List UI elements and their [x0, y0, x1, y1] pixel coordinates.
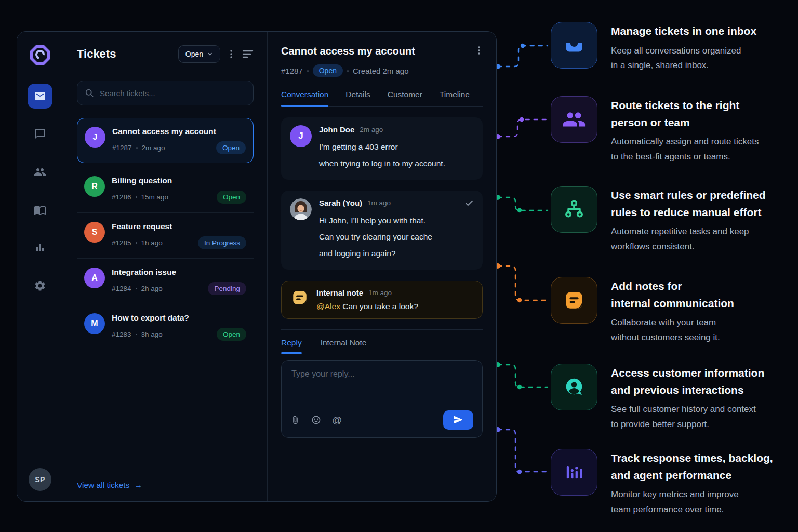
ticket-row-1287[interactable]: J Cannot access my account #1287 2m ago …	[77, 118, 254, 163]
conversation-meta: #1287 Open Created 2m ago	[281, 64, 483, 77]
feature-text: Manage tickets in one inbox Keep all con…	[611, 22, 756, 73]
page: SP Tickets Open	[0, 0, 798, 532]
conversation-id: #1287	[281, 66, 303, 75]
note-text: @Alex Can you take a look?	[316, 302, 473, 311]
ticket-time: 15m ago	[141, 193, 169, 201]
feature-text: Track response times, backlog, and agent…	[611, 449, 773, 517]
ticket-title: Billing question	[112, 176, 246, 185]
smiley-icon[interactable]	[311, 415, 321, 425]
message-header: Sarah (You) 1m ago	[319, 198, 474, 208]
sidebar-item-chats[interactable]	[28, 122, 52, 147]
people-icon	[34, 166, 46, 178]
internal-note-card: Internal note 1m ago @Alex Can you take …	[281, 281, 483, 319]
ticket-meta: #1287 2m ago Open	[112, 141, 246, 154]
dot-separator	[136, 334, 137, 335]
ticket-avatar: J	[85, 127, 105, 148]
ticket-id: #1283	[112, 330, 131, 338]
analytics-icon	[551, 449, 597, 496]
composer-tabs: Reply Internal Note	[281, 329, 483, 354]
view-all-tickets-link[interactable]: View all tickets →	[77, 472, 254, 490]
ticket-time: 1h ago	[141, 239, 163, 247]
tickets-panel: Tickets Open	[63, 32, 268, 501]
ticket-title: Cannot access my account	[112, 127, 246, 136]
note-body: Internal note 1m ago @Alex Can you take …	[316, 288, 473, 311]
sidebar-item-contacts[interactable]	[28, 159, 52, 184]
sidebar-item-settings[interactable]	[28, 273, 52, 298]
ticket-avatar: S	[84, 222, 105, 243]
team-icon	[551, 96, 597, 143]
feature-body: Automatically assign and route tickets t…	[611, 135, 759, 164]
tab-timeline[interactable]: Timeline	[440, 90, 470, 106]
message-john: J John Doe 2m ago I’m getting a 403 erro…	[281, 117, 483, 180]
message-avatar-photo	[290, 198, 312, 220]
connector-analytics	[498, 430, 548, 472]
conversation-panel: Cannot access my account #1287 Open Crea…	[268, 32, 496, 501]
conversation-created: Created 2m ago	[353, 66, 409, 75]
app-logo-icon[interactable]	[28, 43, 52, 67]
dot-separator	[136, 242, 137, 244]
ticket-row-1286[interactable]: R Billing question #1286 15m ago Open	[77, 167, 254, 213]
note-icon	[290, 288, 309, 307]
ticket-time: 2h ago	[141, 285, 163, 292]
ticket-title: Feature request	[112, 222, 246, 231]
feature-text: Add notes for internal communication Col…	[611, 277, 734, 345]
tickets-kebab-menu[interactable]	[228, 49, 235, 59]
sort-filter-icon[interactable]	[242, 49, 254, 59]
feature-text: Use smart rules or predefined rules to r…	[611, 186, 766, 254]
paperclip-icon[interactable]	[290, 415, 300, 425]
ticket-time: 2m ago	[142, 144, 165, 152]
connector-customer	[498, 365, 548, 387]
message-sarah: Sarah (You) 1m ago Hi John, I’ll help yo…	[281, 191, 483, 270]
dot-separator	[136, 288, 137, 289]
book-icon	[34, 204, 46, 216]
status-badge: Open	[217, 328, 246, 341]
send-icon	[453, 415, 463, 425]
message-avatar: J	[290, 125, 312, 147]
feature-title: Access customer information and previous…	[611, 365, 764, 398]
connector-team	[498, 119, 548, 137]
feature-rules: Use smart rules or predefined rules to r…	[551, 186, 795, 254]
ticket-row-1284[interactable]: A Integration issue #1284 2h ago Pending	[77, 259, 254, 304]
tab-reply[interactable]: Reply	[281, 338, 302, 354]
tab-conversation[interactable]: Conversation	[281, 90, 328, 106]
feature-body: Keep all conversations organized in a si…	[611, 44, 756, 73]
feature-customer-info: Access customer information and previous…	[551, 364, 795, 432]
feature-body: See full customer history and context to…	[611, 402, 764, 432]
conversation-title: Cannot access my account	[281, 45, 468, 57]
note-message: Can you take a look?	[340, 302, 418, 311]
ticket-row-1285[interactable]: S Feature request #1285 1h ago In Progre…	[77, 213, 254, 259]
search-input[interactable]	[99, 88, 246, 98]
status-badge: Pending	[208, 282, 246, 295]
dot-separator	[136, 147, 138, 149]
sidebar-item-reports[interactable]	[28, 235, 52, 260]
view-all-label: View all tickets	[77, 481, 129, 490]
ticket-title: Integration issue	[112, 268, 246, 277]
reply-composer[interactable]: @	[281, 360, 483, 438]
message-text: I’m getting a 403 error when trying to l…	[319, 139, 474, 172]
status-badge: Open	[217, 191, 246, 204]
conversation-tabs: Conversation Details Customer Timeline	[281, 90, 483, 107]
conversation-status-badge: Open	[313, 64, 343, 77]
inbox-icon	[551, 22, 597, 69]
ticket-id: #1287	[112, 144, 132, 152]
mention-icon[interactable]: @	[332, 415, 342, 425]
dot-separator	[347, 70, 349, 72]
message-list: J John Doe 2m ago I’m getting a 403 erro…	[281, 117, 483, 319]
search-box[interactable]	[77, 81, 254, 105]
chat-icon	[34, 128, 46, 140]
ticket-row-body: Cannot access my account #1287 2m ago Op…	[112, 127, 246, 154]
ticket-row-1283[interactable]: M How to export data? #1283 3h ago Open	[77, 304, 254, 350]
tab-customer[interactable]: Customer	[388, 90, 422, 106]
sidebar-item-knowledge-base[interactable]	[28, 197, 52, 222]
reply-input[interactable]	[290, 368, 473, 410]
user-avatar[interactable]: SP	[29, 468, 51, 491]
tab-internal-note[interactable]: Internal Note	[321, 338, 367, 354]
send-button[interactable]	[443, 410, 473, 430]
status-filter-dropdown[interactable]: Open	[178, 45, 220, 63]
mail-icon	[34, 90, 46, 102]
tab-details[interactable]: Details	[345, 90, 370, 106]
ticket-time: 3h ago	[141, 330, 163, 338]
conversation-kebab-menu[interactable]	[475, 45, 483, 56]
sidebar-item-inbox[interactable]	[28, 84, 52, 109]
tickets-header: Tickets Open	[77, 45, 254, 63]
